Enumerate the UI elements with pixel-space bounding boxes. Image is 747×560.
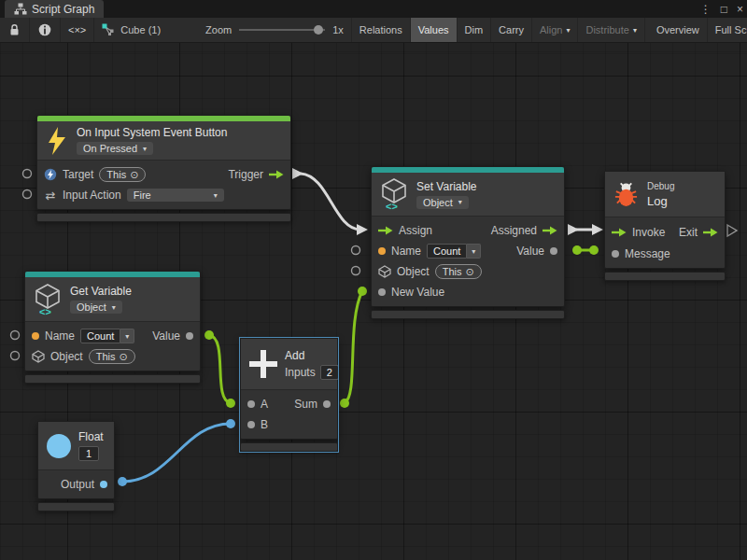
float-value-field[interactable]: 1 xyxy=(78,446,99,461)
input-system-icon xyxy=(44,168,57,181)
assign-input-arrow-icon[interactable] xyxy=(378,226,393,235)
carry-button[interactable]: Carry xyxy=(491,18,532,42)
set-variable-footer xyxy=(371,310,565,319)
info-button[interactable] xyxy=(30,18,61,42)
object-label: Object xyxy=(397,265,430,278)
invoke-input-arrow-icon[interactable] xyxy=(612,228,627,237)
inputs-count-field[interactable]: 2 xyxy=(320,365,339,380)
new-value-port-dot[interactable] xyxy=(378,288,386,296)
overview-label: Overview xyxy=(656,24,699,35)
float-title: Float xyxy=(78,430,104,443)
assigned-output-arrow-icon[interactable] xyxy=(543,226,557,235)
maximize-icon[interactable]: □ xyxy=(721,3,727,16)
exit-output-arrow-icon[interactable] xyxy=(703,228,718,237)
node-float[interactable]: Float 1 Output xyxy=(37,421,115,511)
graph-pointer[interactable]: Cube (1) xyxy=(94,18,168,42)
set-object-picker[interactable]: This ⊙ xyxy=(435,264,482,279)
chevron-down-icon: ▾ xyxy=(112,303,116,312)
node-on-input-system-event-button[interactable]: On Input System Event Button On Pressed … xyxy=(36,115,291,222)
add-footer xyxy=(240,442,338,452)
distribute-button[interactable]: Distribute ▾ xyxy=(578,18,644,42)
add-b-row: B xyxy=(241,414,337,435)
input-action-dropdown[interactable]: Fire ▾ xyxy=(127,189,224,202)
b-port-dot[interactable] xyxy=(247,421,255,428)
name-label: Name xyxy=(45,329,75,343)
set-variable-scope-dropdown[interactable]: Object ▾ xyxy=(416,196,469,209)
exit-label: Exit xyxy=(679,226,698,239)
chevron-down-icon: ▾ xyxy=(467,244,481,259)
message-port-dot[interactable] xyxy=(612,250,619,258)
value-label: Value xyxy=(516,245,544,258)
graph-toolbar: <×> Cube (1) Zoom 1x Relations Values Di… xyxy=(0,18,747,43)
relations-button[interactable]: Relations xyxy=(351,18,411,42)
tab-title: Script Graph xyxy=(32,3,94,16)
invoke-label: Invoke xyxy=(632,226,665,239)
set-variable-title: Set Variable xyxy=(416,180,476,193)
align-button[interactable]: Align ▾ xyxy=(532,18,578,42)
node-debug-log[interactable]: Debug Log Invoke Exit Message xyxy=(604,171,726,281)
values-button[interactable]: Values xyxy=(411,18,458,42)
float-type-icon xyxy=(47,434,71,458)
target-label: Target xyxy=(63,168,93,181)
set-name-row: Name Count ▾ Value xyxy=(372,241,564,261)
float-output-row: Output xyxy=(38,474,114,495)
set-assign-row: Assign Assigned xyxy=(372,220,564,241)
node-add[interactable]: Add Inputs 2 A Sum B xyxy=(240,338,338,452)
set-name-dropdown[interactable]: Count ▾ xyxy=(427,244,481,259)
align-label: Align xyxy=(540,24,562,35)
tab-script-graph[interactable]: Script Graph xyxy=(5,0,104,18)
lock-button[interactable] xyxy=(0,18,30,42)
chevron-down-icon: ▾ xyxy=(633,26,637,35)
zoom-slider[interactable] xyxy=(239,25,325,35)
get-object-row: Object This ⊙ xyxy=(25,346,200,367)
name-port-dot[interactable] xyxy=(32,332,39,340)
sum-label: Sum xyxy=(294,398,317,411)
chevron-down-icon: ▾ xyxy=(214,191,218,200)
get-object-picker[interactable]: This ⊙ xyxy=(89,349,135,364)
inputs-label: Inputs xyxy=(285,366,316,379)
dim-button[interactable]: Dim xyxy=(458,18,492,42)
a-port-dot[interactable] xyxy=(247,400,255,408)
target-value: This xyxy=(106,169,126,180)
get-variable-scope-dropdown[interactable]: Object ▾ xyxy=(70,301,122,314)
code-preview-button[interactable]: <×> xyxy=(61,18,94,42)
close-icon[interactable]: × xyxy=(737,3,743,16)
overview-button[interactable]: Overview xyxy=(649,18,708,42)
node-set-variable[interactable]: <> Set Variable Object ▾ Assign Assigned xyxy=(371,166,565,319)
input-action-label: Input Action xyxy=(63,189,121,202)
event-mode-value: On Pressed xyxy=(83,143,137,154)
value-output-dot[interactable] xyxy=(550,247,557,255)
trigger-output-arrow-icon[interactable] xyxy=(269,170,284,179)
info-icon xyxy=(38,23,51,36)
get-name-row: Name Count ▾ Value xyxy=(25,326,200,346)
distribute-label: Distribute xyxy=(585,24,628,35)
zoom-slider-track[interactable] xyxy=(239,29,325,31)
svg-text:<>: <> xyxy=(39,306,51,316)
target-object-picker[interactable]: This ⊙ xyxy=(99,167,146,182)
value-label: Value xyxy=(152,329,180,343)
zoom-value: 1x xyxy=(332,24,344,35)
chevron-down-icon: ▾ xyxy=(143,145,147,153)
name-label: Name xyxy=(391,245,421,258)
full-screen-button[interactable]: Full Screen xyxy=(708,18,747,42)
values-label: Values xyxy=(418,24,449,35)
event-mode-dropdown[interactable]: On Pressed ▾ xyxy=(77,142,153,155)
name-port-dot[interactable] xyxy=(378,247,386,255)
assigned-label: Assigned xyxy=(491,224,537,237)
zoom-slider-handle[interactable] xyxy=(314,25,323,35)
get-name-dropdown[interactable]: Count ▾ xyxy=(80,329,134,343)
debug-category: Debug xyxy=(647,181,674,191)
graph-pointer-label: Cube (1) xyxy=(120,24,161,35)
output-port-dot[interactable] xyxy=(100,481,107,488)
get-variable-footer xyxy=(24,374,201,384)
value-output-dot[interactable] xyxy=(186,332,193,340)
get-variable-title: Get Variable xyxy=(70,285,132,298)
node-get-variable[interactable]: <> Get Variable Object ▾ Name Count ▾ Va… xyxy=(24,271,201,384)
chevron-down-icon: ▾ xyxy=(458,198,462,206)
debug-message-row: Message xyxy=(605,243,725,264)
trigger-label: Trigger xyxy=(228,168,263,181)
svg-text:<>: <> xyxy=(386,201,398,211)
sum-output-dot[interactable] xyxy=(323,400,331,408)
more-menu-icon[interactable]: ⋮ xyxy=(700,3,712,16)
variable-cube-icon: <> xyxy=(34,283,62,316)
